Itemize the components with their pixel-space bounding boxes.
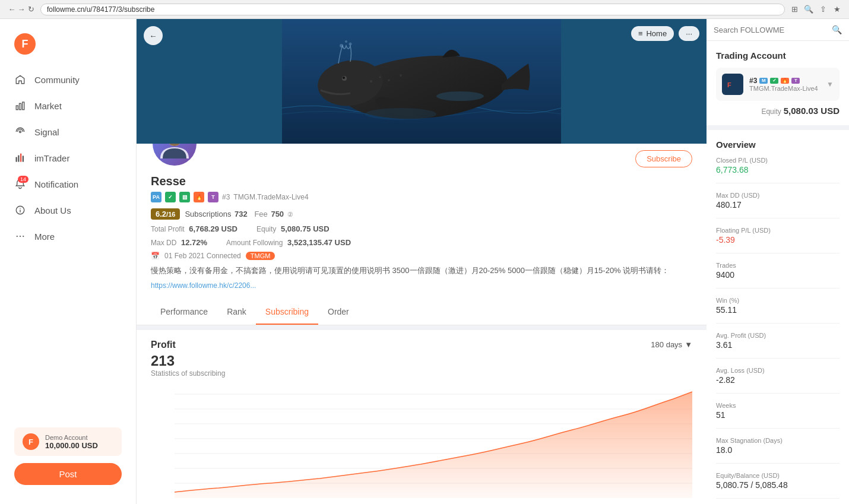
profile-header: ← ≡ Home ··· (137, 19, 707, 144)
browser-url[interactable]: followme.cn/u/784177/3/subscribe (40, 4, 785, 15)
svg-point-10 (20, 208, 21, 209)
chevron-down-icon: ▼ (685, 340, 692, 349)
tab-rank[interactable]: Rank (217, 300, 256, 325)
browser-forward[interactable]: → (17, 5, 26, 14)
account-details: #3 M ✓ 🔥 T TMGM.TradeMax-Live4 (749, 77, 821, 92)
rating-value: 6.2/16 (151, 208, 180, 220)
sidebar-logo: F (0, 28, 136, 66)
tab-performance[interactable]: Performance (151, 300, 217, 325)
chart-subtitle: Statistics of subscribing (151, 369, 692, 378)
overview-item-4: Win (%) 55.11 (716, 297, 840, 315)
ov-label-5: Avg. Profit (USD) (716, 332, 840, 339)
search-input[interactable] (714, 26, 827, 34)
calendar-icon: 📅 (151, 252, 160, 260)
sidebar-item-imtrader[interactable]: imTrader (0, 145, 136, 171)
browser-back[interactable]: ← (7, 5, 17, 14)
browser-bookmark-icon[interactable]: ★ (832, 5, 842, 14)
profile-container: ← ≡ Home ··· (137, 19, 707, 325)
trading-account-section: Trading Account F #3 M ✓ 🔥 T (707, 41, 849, 125)
ov-value-2: -5.39 (716, 235, 840, 245)
more-options-icon: ··· (686, 29, 692, 38)
stats-row-1: Total Profit 6,768.29 USD Equity 5,080.7… (151, 224, 692, 233)
svg-point-22 (388, 80, 390, 81)
fee-label: Fee (254, 210, 267, 218)
ov-label-3: Trades (716, 262, 840, 269)
bio-text: 慢热策略，没有备用金，不搞套路，使用说明请可见顶置的使用说明书 3500一倍跟随… (151, 265, 692, 277)
overview-item-2: Floating P/L (USD) -5.39 (716, 227, 840, 245)
profile-rating: 6.2/16 Subscriptions 732 Fee 750 ② (151, 208, 692, 220)
right-panel: 🔍 Trading Account F #3 M ✓ 🔥 (707, 19, 849, 504)
sidebar-nav: Community Market Signal (0, 66, 136, 418)
broker-tag: TMGM (246, 252, 275, 260)
ov-label-1: Max DD (USD) (716, 192, 840, 199)
browser-share-icon[interactable]: ⇧ (818, 5, 828, 14)
demo-account[interactable]: F Demo Account 10,000.00 USD (14, 427, 122, 456)
divider-4 (716, 323, 840, 324)
fee-info: ② (287, 211, 293, 218)
sidebar-item-market[interactable]: Market (0, 93, 136, 119)
ov-value-4: 55.11 (716, 305, 840, 315)
equity-value: 5,080.03 USD (784, 106, 840, 116)
dropdown-arrow-icon[interactable]: ▼ (826, 80, 834, 88)
tab-subscribing[interactable]: Subscribing (256, 300, 318, 325)
overview-section: Overview Closed P/L (USD) 6,773.68 Max D… (707, 130, 849, 504)
demo-account-amount: 10,000.00 USD (45, 441, 98, 450)
home-button[interactable]: ≡ Home (631, 26, 674, 41)
svg-rect-0 (16, 106, 18, 110)
main-content: ← ≡ Home ··· (137, 19, 707, 504)
stats-row-2: Max DD 12.72% Amount Following 3,523,135… (151, 238, 692, 247)
overview-item-9: Equity/Balance (USD) 5,080.75 / 5,085.48 (716, 472, 840, 490)
badge-pa: PA (151, 192, 161, 202)
search-box: 🔍 (707, 19, 849, 41)
browser-search-icon[interactable]: 🔍 (804, 5, 813, 14)
broker-label: TMGM.TradeMax-Live4 (233, 193, 308, 201)
cover-photo (137, 19, 707, 144)
sidebar: F Community Market S (0, 19, 137, 504)
ov-label-4: Win (%) (716, 297, 840, 304)
sidebar-bottom: F Demo Account 10,000.00 USD Post (0, 418, 136, 495)
more-options-button[interactable]: ··· (679, 26, 699, 41)
profit-section: Profit 180 days ▼ 213 Statistics of subs… (137, 330, 707, 504)
browser-refresh[interactable]: ↻ (26, 5, 36, 14)
days-selector[interactable]: 180 days ▼ (651, 340, 692, 349)
bio-link[interactable]: https://www.followme.hk/c/2206... (151, 281, 256, 290)
svg-rect-7 (23, 156, 24, 162)
sidebar-item-signal[interactable]: Signal (0, 119, 136, 145)
ov-label-7: Weeks (716, 402, 840, 409)
divider-2 (716, 253, 840, 253)
sidebar-item-about[interactable]: About Us (0, 197, 136, 223)
account-card[interactable]: F #3 M ✓ 🔥 T TMGM.TradeMax-Live4 ▼ (716, 68, 840, 101)
ov-value-7: 51 (716, 410, 840, 420)
overview-item-0: Closed P/L (USD) 6,773.68 (716, 157, 840, 175)
svg-point-3 (20, 131, 21, 133)
sidebar-item-more[interactable]: More (0, 223, 136, 249)
sidebar-item-community[interactable]: Community (0, 66, 136, 93)
tab-order[interactable]: Order (318, 300, 359, 325)
chart-number: 213 (151, 353, 692, 369)
profit-header: Profit 180 days ▼ (151, 340, 692, 350)
post-button[interactable]: Post (14, 463, 122, 485)
subscribe-button[interactable]: Subscribe (635, 150, 692, 167)
max-dd-stat: Max DD 12.72% (151, 238, 207, 247)
svg-point-21 (379, 77, 381, 78)
sidebar-item-notification[interactable]: 14 Notification (0, 171, 136, 197)
ov-label-6: Avg. Loss (USD) (716, 367, 840, 374)
badge-t-sm: T (791, 78, 800, 84)
more-icon (14, 230, 26, 242)
svg-point-23 (400, 74, 402, 77)
demo-text: Demo Account 10,000.00 USD (45, 434, 98, 450)
account-broker: TMGM.TradeMax-Live4 (749, 85, 821, 92)
divider-1 (716, 218, 840, 218)
svg-point-28 (365, 108, 436, 120)
rank-label: #3 (222, 193, 230, 201)
equity-stat: Equity 5,080.75 USD (256, 224, 330, 233)
cover-whale-svg (137, 19, 707, 144)
demo-account-name: Demo Account (45, 434, 98, 441)
divider-3 (716, 288, 840, 289)
badge-verified: ✓ (165, 192, 176, 202)
browser-extensions-icon[interactable]: ⊞ (790, 5, 799, 14)
ov-value-9: 5,080.75 / 5,085.48 (716, 480, 840, 490)
total-profit-stat: Total Profit 6,768.29 USD (151, 224, 237, 233)
back-button[interactable]: ← (144, 26, 163, 45)
subscriptions-info: Subscriptions 732 Fee 750 ② (185, 210, 293, 218)
